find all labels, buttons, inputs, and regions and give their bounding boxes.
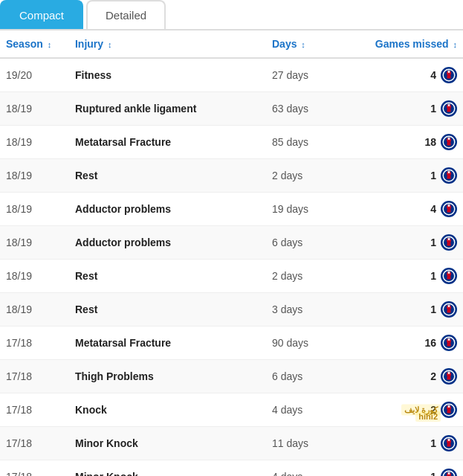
games-number: 2: [430, 370, 436, 382]
psg-badge-icon: [441, 201, 457, 217]
cell-games-missed: 1: [337, 159, 463, 193]
header-injury[interactable]: Injury ↕: [69, 30, 266, 58]
cell-season: 17/18: [0, 327, 69, 360]
psg-badge-icon: [441, 167, 457, 184]
cell-games-missed: 1: [337, 260, 463, 293]
table-row: 17/18Thigh Problems6 days2: [0, 360, 463, 393]
cell-season: 18/19: [0, 159, 69, 193]
cell-season: 18/19: [0, 126, 69, 159]
cell-games-missed: 16: [337, 327, 463, 360]
cell-games-missed: 1: [337, 226, 463, 260]
cell-season: 17/18: [0, 460, 69, 477]
cell-season: 18/19: [0, 226, 69, 260]
table-row: 18/19Rest2 days1: [0, 159, 463, 193]
cell-injury: Minor Knock: [69, 427, 266, 460]
cell-season: 18/19: [0, 92, 69, 126]
sort-arrow-days: ↕: [301, 40, 305, 49]
games-number: 1: [430, 437, 436, 449]
table-row: 17/18Minor Knock11 days1: [0, 427, 463, 460]
table-row: 18/19Adductor problems6 days1: [0, 226, 463, 260]
cell-injury: Thigh Problems: [69, 360, 266, 393]
cell-season: 17/18: [0, 393, 69, 427]
games-number: 1: [430, 303, 436, 315]
svg-rect-16: [447, 143, 451, 146]
svg-rect-10: [447, 109, 451, 112]
svg-rect-46: [447, 310, 451, 313]
psg-badge-icon: [441, 134, 457, 150]
table-row: 18/19Adductor problems19 days4: [0, 193, 463, 226]
psg-badge-icon: [441, 100, 457, 117]
header-games-missed[interactable]: Games missed ↕: [337, 30, 463, 58]
games-number: 1: [430, 270, 436, 282]
cell-injury: Adductor problems: [69, 193, 266, 226]
psg-badge-icon: [441, 368, 457, 385]
svg-rect-58: [447, 377, 451, 380]
games-number: 1: [430, 103, 436, 115]
cell-games-missed: 4: [337, 58, 463, 92]
injury-table: Season ↕ Injury ↕ Days ↕ Games missed ↕ …: [0, 30, 463, 476]
games-number: 4: [430, 69, 436, 81]
cell-games-missed: 1: [337, 92, 463, 126]
cell-games-missed: 1: [337, 460, 463, 477]
table-header-row: Season ↕ Injury ↕ Days ↕ Games missed ↕: [0, 30, 463, 58]
games-number: 1: [430, 471, 436, 476]
tab-detailed[interactable]: Detailed: [86, 0, 166, 29]
cell-injury: Fitness: [69, 58, 266, 92]
tabs-container: Compact Detailed: [0, 0, 463, 30]
psg-badge-icon: [441, 234, 457, 251]
cell-days: 63 days: [266, 92, 337, 126]
cell-season: 18/19: [0, 193, 69, 226]
cell-days: 2 days: [266, 260, 337, 293]
games-number: 2: [430, 404, 436, 416]
cell-games-missed: 1: [337, 427, 463, 460]
sort-arrow-injury: ↕: [108, 40, 112, 49]
sort-arrow-season: ↕: [48, 40, 52, 49]
cell-season: 17/18: [0, 360, 69, 393]
svg-rect-34: [447, 243, 451, 246]
cell-injury: Metatarsal Fracture: [69, 126, 266, 159]
cell-days: 6 days: [266, 226, 337, 260]
table-row: 17/18Knock4 daysكورة لايفhihi22: [0, 393, 463, 427]
header-season[interactable]: Season ↕: [0, 30, 69, 58]
tab-bar: Compact Detailed: [0, 0, 463, 30]
cell-days: 27 days: [266, 58, 337, 92]
header-days[interactable]: Days ↕: [266, 30, 337, 58]
cell-injury: Metatarsal Fracture: [69, 327, 266, 360]
cell-injury: Adductor problems: [69, 226, 266, 260]
svg-rect-70: [447, 444, 451, 447]
table-row: 18/19Rest3 days1: [0, 293, 463, 327]
svg-rect-22: [447, 176, 451, 179]
cell-days: 85 days: [266, 126, 337, 159]
svg-rect-64: [447, 411, 451, 414]
cell-season: 19/20: [0, 58, 69, 92]
games-number: 1: [430, 170, 436, 181]
cell-days: 19 days: [266, 193, 337, 226]
table-row: 18/19Metatarsal Fracture85 days18: [0, 126, 463, 159]
games-number: 1: [430, 237, 436, 248]
cell-days: 90 days: [266, 327, 337, 360]
psg-badge-icon: [441, 402, 457, 418]
psg-badge-icon: [441, 335, 457, 351]
svg-rect-52: [447, 344, 451, 347]
cell-injury: Knock: [69, 393, 266, 427]
cell-days: 6 days: [266, 360, 337, 393]
games-number: 18: [424, 136, 436, 148]
psg-badge-icon: [441, 67, 457, 83]
cell-injury: Rest: [69, 260, 266, 293]
cell-injury: Ruptured ankle ligament: [69, 92, 266, 126]
cell-days: 11 days: [266, 427, 337, 460]
psg-badge-icon: [441, 268, 457, 284]
svg-rect-40: [447, 277, 451, 280]
cell-games-missed: 2: [337, 360, 463, 393]
cell-days: 4 days: [266, 393, 337, 427]
table-row: 18/19Rest2 days1: [0, 260, 463, 293]
psg-badge-icon: [441, 301, 457, 318]
cell-injury: Rest: [69, 293, 266, 327]
cell-season: 18/19: [0, 293, 69, 327]
games-number: 16: [424, 337, 436, 349]
games-number: 4: [430, 203, 436, 215]
tab-compact[interactable]: Compact: [0, 0, 83, 29]
cell-injury: Rest: [69, 159, 266, 193]
cell-season: 17/18: [0, 427, 69, 460]
cell-days: 3 days: [266, 293, 337, 327]
